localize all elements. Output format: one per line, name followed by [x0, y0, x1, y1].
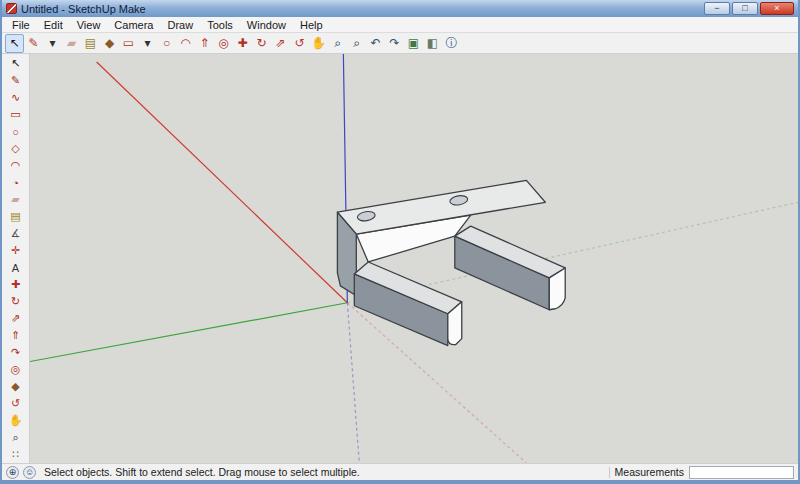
maximize-button[interactable]: □ — [732, 2, 758, 15]
freehand-tool[interactable]: ∿ — [5, 89, 27, 106]
geolocation-status-icon[interactable]: ⊕ — [6, 466, 19, 479]
orbit-icon: ↺ — [11, 397, 20, 410]
main-area: ↖✎∿▭○◇◠◔▰▤∡✛A✚↻⇗⇑↷◎◆↺✋⌕∷ — [2, 54, 798, 463]
titlebar[interactable]: Untitled - SketchUp Make − □ × — [2, 0, 798, 17]
tape-measure-tool[interactable]: ▤ — [5, 208, 27, 225]
scale-tool[interactable]: ⇗ — [271, 34, 290, 53]
make-component-tool[interactable]: ▣ — [404, 34, 423, 53]
shape-options-tool[interactable]: ▾ — [138, 34, 157, 53]
paint-bucket-icon: ◆ — [11, 380, 19, 393]
follow-me-tool[interactable]: ↷ — [5, 344, 27, 361]
select-icon: ↖ — [11, 57, 20, 70]
arc-tool[interactable]: ◠ — [176, 34, 195, 53]
scale-icon: ⇗ — [275, 36, 285, 50]
orbit-tool[interactable]: ↺ — [5, 395, 27, 412]
arc-tool[interactable]: ◠ — [5, 157, 27, 174]
line-options-tool[interactable]: ▾ — [43, 34, 62, 53]
menu-tools[interactable]: Tools — [200, 18, 240, 32]
measurements-label: Measurements — [615, 466, 684, 478]
follow-me-icon: ↷ — [11, 346, 20, 359]
eraser-tool[interactable]: ▰ — [62, 34, 81, 53]
push-pull-icon: ⇑ — [11, 329, 20, 342]
circle-icon: ○ — [12, 126, 19, 138]
move-tool[interactable]: ✚ — [233, 34, 252, 53]
menu-file[interactable]: File — [5, 18, 37, 32]
arc-icon: ◠ — [180, 36, 190, 50]
eraser-tool[interactable]: ▰ — [5, 191, 27, 208]
pan-tool[interactable]: ✋ — [5, 412, 27, 429]
move-icon: ✚ — [11, 278, 20, 291]
push-pull-icon: ⇑ — [199, 36, 209, 50]
protractor-icon: ∡ — [11, 227, 21, 240]
circle-tool[interactable]: ○ — [157, 34, 176, 53]
rectangle-tool[interactable]: ▭ — [5, 106, 27, 123]
model-info-tool[interactable]: ⓘ — [442, 34, 461, 53]
drawing-canvas[interactable] — [30, 54, 798, 463]
walk-icon: ∷ — [12, 448, 19, 461]
move-tool[interactable]: ✚ — [5, 276, 27, 293]
rotate-tool[interactable]: ↻ — [5, 293, 27, 310]
zoom-extents-tool[interactable]: ⌕ — [347, 34, 366, 53]
move-icon: ✚ — [237, 36, 247, 50]
offset-tool[interactable]: ◎ — [5, 361, 27, 378]
shadows-tool[interactable]: ◧ — [423, 34, 442, 53]
rotate-tool[interactable]: ↻ — [252, 34, 271, 53]
menu-help[interactable]: Help — [293, 18, 330, 32]
user-status-icon[interactable]: ☺ — [23, 466, 36, 479]
close-button[interactable]: × — [760, 2, 794, 15]
circle-tool[interactable]: ○ — [5, 123, 27, 140]
window-controls: − □ × — [704, 2, 794, 15]
tape-measure-icon: ▤ — [10, 210, 20, 223]
orbit-tool[interactable]: ↺ — [290, 34, 309, 53]
axes — [30, 54, 798, 463]
walk-tool[interactable]: ∷ — [5, 446, 27, 463]
push-pull-tool[interactable]: ⇑ — [195, 34, 214, 53]
axes-tool[interactable]: ✛ — [5, 242, 27, 259]
zoom-tool[interactable]: ⌕ — [5, 429, 27, 446]
statusbar-divider — [609, 467, 610, 478]
green-axis — [30, 303, 347, 362]
previous-view-tool[interactable]: ↶ — [366, 34, 385, 53]
paint-bucket-tool[interactable]: ◆ — [100, 34, 119, 53]
protractor-tool[interactable]: ∡ — [5, 225, 27, 242]
rectangle-tool[interactable]: ▭ — [119, 34, 138, 53]
select-tool[interactable]: ↖ — [5, 34, 24, 53]
menu-draw[interactable]: Draw — [160, 18, 200, 32]
menu-view[interactable]: View — [70, 18, 108, 32]
next-view-tool[interactable]: ↷ — [385, 34, 404, 53]
line-tool[interactable]: ✎ — [24, 34, 43, 53]
menu-window[interactable]: Window — [240, 18, 293, 32]
offset-tool[interactable]: ◎ — [214, 34, 233, 53]
zoom-tool[interactable]: ⌕ — [328, 34, 347, 53]
line-icon: ✎ — [11, 74, 20, 87]
measurements-input[interactable] — [689, 466, 794, 479]
measurements-area: Measurements — [609, 466, 794, 479]
model[interactable] — [337, 180, 565, 345]
paint-bucket-tool[interactable]: ◆ — [5, 378, 27, 395]
polygon-tool[interactable]: ◇ — [5, 140, 27, 157]
next-view-icon: ↷ — [389, 36, 399, 50]
window-title: Untitled - SketchUp Make — [21, 3, 146, 15]
offset-icon: ◎ — [11, 363, 21, 376]
axes-icon: ✛ — [11, 244, 20, 257]
menu-camera[interactable]: Camera — [107, 18, 160, 32]
freehand-icon: ∿ — [11, 91, 20, 104]
menu-edit[interactable]: Edit — [37, 18, 70, 32]
red-axis — [97, 62, 348, 303]
status-hint-text: Select objects. Shift to extend select. … — [44, 466, 360, 478]
canvas-svg — [30, 54, 798, 463]
select-tool[interactable]: ↖ — [5, 55, 27, 72]
tape-measure-tool[interactable]: ▤ — [81, 34, 100, 53]
pan-tool[interactable]: ✋ — [309, 34, 328, 53]
rotate-icon: ↻ — [256, 36, 266, 50]
rectangle-icon: ▭ — [10, 108, 20, 121]
shadows-icon: ◧ — [427, 36, 438, 50]
text-tool[interactable]: A — [5, 259, 27, 276]
push-pull-tool[interactable]: ⇑ — [5, 327, 27, 344]
line-tool[interactable]: ✎ — [5, 72, 27, 89]
minimize-button[interactable]: − — [704, 2, 730, 15]
pie-tool[interactable]: ◔ — [5, 174, 27, 191]
scale-tool[interactable]: ⇗ — [5, 310, 27, 327]
sketchup-logo-icon — [6, 3, 17, 14]
eraser-icon: ▰ — [11, 193, 19, 206]
